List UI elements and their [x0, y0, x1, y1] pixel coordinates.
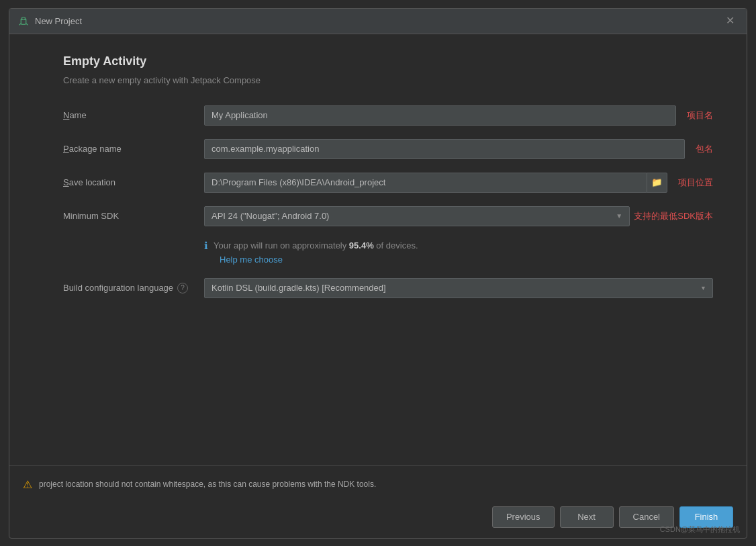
build-config-select-wrapper: Kotlin DSL (build.gradle.kts) [Recommend…: [204, 278, 713, 298]
warning-text: project location should not contain whit…: [39, 480, 376, 489]
package-label-text: Package name: [63, 144, 122, 154]
save-location-input[interactable]: [204, 173, 647, 193]
package-input[interactable]: [204, 139, 685, 159]
name-label: Name: [63, 110, 204, 120]
button-row: Previous Next Cancel Finish: [23, 503, 733, 531]
name-annotation: 项目名: [687, 109, 713, 122]
save-location-row: Save location 📁 项目位置: [63, 173, 713, 193]
name-field: 项目名: [204, 105, 713, 126]
build-config-label: Build configuration language ?: [63, 283, 204, 293]
svg-point-1: [24, 18, 25, 19]
package-row: Package name 包名: [63, 139, 713, 159]
save-location-input-wrapper: 📁: [204, 173, 667, 193]
browse-button[interactable]: 📁: [647, 173, 667, 193]
save-location-label: Save location: [63, 177, 204, 187]
section-subtitle: Create a new empty activity with Jetpack…: [63, 75, 713, 85]
minimum-sdk-label-text: Minimum SDK: [63, 211, 119, 221]
package-label: Package name: [63, 144, 204, 154]
sdk-hint-block: ℹ Your app will run on approximately 95.…: [204, 240, 713, 265]
info-icon: ℹ: [204, 240, 208, 252]
name-label-text: Name: [63, 110, 87, 120]
build-config-row: Build configuration language ? Kotlin DS…: [63, 278, 713, 298]
previous-button[interactable]: Previous: [492, 506, 555, 528]
save-location-annotation: 项目位置: [678, 177, 713, 189]
title-bar: New Project ✕: [9, 9, 747, 34]
dialog-footer: ⚠ project location should not contain wh…: [9, 465, 747, 538]
hint-line: ℹ Your app will run on approximately 95.…: [204, 240, 713, 252]
help-me-choose-link[interactable]: Help me choose: [220, 255, 713, 265]
svg-point-0: [22, 18, 23, 19]
android-icon: [17, 15, 30, 27]
dialog-title: New Project: [35, 16, 82, 26]
title-bar-left: New Project: [17, 15, 82, 27]
build-config-help-icon[interactable]: ?: [177, 283, 188, 293]
minimum-sdk-dropdown[interactable]: API 24 ("Nougat"; Android 7.0) ▼: [204, 206, 630, 226]
build-config-select[interactable]: Kotlin DSL (build.gradle.kts) [Recommend…: [204, 278, 713, 298]
save-location-label-text: Save location: [63, 177, 115, 187]
build-config-label-text: Build configuration language: [63, 283, 173, 293]
minimum-sdk-value: API 24 ("Nougat"; Android 7.0): [211, 211, 329, 221]
sdk-dropdown-arrow: ▼: [616, 212, 622, 220]
minimum-sdk-label: Minimum SDK: [63, 211, 204, 221]
dialog-content: Empty Activity Create a new empty activi…: [9, 34, 747, 465]
warning-icon: ⚠: [23, 478, 32, 491]
next-button[interactable]: Next: [560, 506, 614, 528]
name-row: Name 项目名: [63, 105, 713, 126]
close-button[interactable]: ✕: [722, 14, 739, 28]
save-location-field: 📁 项目位置: [204, 173, 713, 193]
watermark: CSDN@菜鸟中的拖拉机: [660, 525, 740, 535]
browse-icon: 📁: [651, 177, 663, 187]
new-project-dialog: New Project ✕ Empty Activity Create a ne…: [9, 8, 747, 539]
warning-bar: ⚠ project location should not contain wh…: [23, 473, 733, 496]
minimum-sdk-row: Minimum SDK API 24 ("Nougat"; Android 7.…: [63, 206, 713, 226]
name-input[interactable]: [204, 105, 676, 126]
minimum-sdk-annotation: 支持的最低SDK版本: [634, 210, 713, 222]
package-annotation: 包名: [696, 143, 713, 155]
package-field: 包名: [204, 139, 713, 159]
minimum-sdk-field: API 24 ("Nougat"; Android 7.0) ▼ 支持的最低SD…: [204, 206, 713, 226]
hint-text: Your app will run on approximately 95.4%…: [214, 240, 418, 251]
section-title: Empty Activity: [63, 54, 713, 69]
